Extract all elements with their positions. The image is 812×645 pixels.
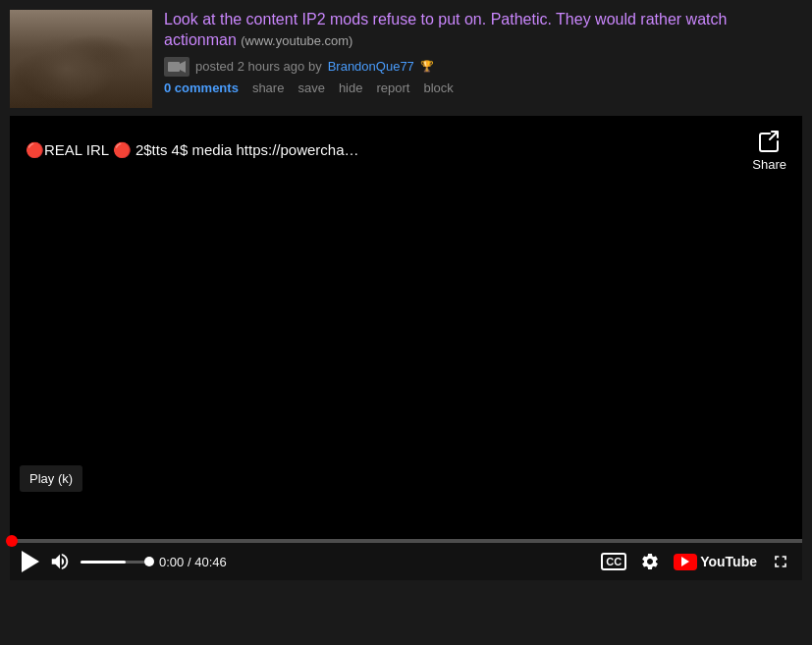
- progress-bar[interactable]: [10, 539, 802, 543]
- comments-link[interactable]: 0 comments: [164, 81, 239, 95]
- volume-slider[interactable]: [81, 561, 149, 564]
- block-link[interactable]: block: [423, 81, 453, 95]
- points-icon: 🏆: [420, 60, 434, 73]
- post-thumbnail[interactable]: [10, 10, 152, 108]
- total-time: 40:46: [194, 555, 227, 569]
- video-content-area[interactable]: Play (k): [10, 180, 802, 543]
- post-time: posted 2 hours ago by: [195, 59, 322, 74]
- svg-rect-0: [168, 62, 180, 72]
- post-container: Look at the content IP2 mods refuse to p…: [0, 0, 812, 580]
- post-username-link[interactable]: BrandonQue77: [328, 59, 414, 74]
- volume-button[interactable]: [49, 551, 71, 572]
- post-title-section: Look at the content IP2 mods refuse to p…: [164, 10, 802, 95]
- progress-filled: [10, 539, 12, 543]
- cc-icon: CC: [601, 553, 626, 570]
- settings-button[interactable]: [640, 552, 660, 571]
- video-player: 🔴REAL IRL 🔴 2$tts 4$ media https://power…: [10, 116, 802, 580]
- video-icon-svg: [168, 60, 186, 74]
- video-camera-icon: [164, 57, 189, 77]
- post-domain: (www.youtube.com): [241, 33, 352, 48]
- current-time: 0:00: [159, 555, 184, 569]
- cc-button[interactable]: CC: [601, 553, 626, 570]
- hide-link[interactable]: hide: [339, 81, 363, 95]
- thumbnail-image: [10, 10, 152, 108]
- progress-overlay: [10, 539, 802, 543]
- svg-marker-1: [180, 61, 186, 73]
- save-link[interactable]: save: [298, 81, 324, 95]
- post-actions: 0 comments share save hide report block: [164, 81, 802, 95]
- fullscreen-button[interactable]: [771, 552, 790, 571]
- cc-text: CC: [606, 556, 622, 567]
- share-icon: [756, 128, 784, 155]
- controls-right: CC YouTube: [601, 552, 790, 571]
- play-icon: [22, 551, 39, 572]
- volume-dot: [144, 557, 154, 566]
- report-link[interactable]: report: [376, 81, 409, 95]
- youtube-label: YouTube: [700, 554, 757, 569]
- play-tooltip: Play (k): [20, 465, 82, 492]
- volume-track: [81, 561, 149, 564]
- fullscreen-icon: [771, 552, 790, 571]
- volume-filled: [81, 561, 126, 564]
- youtube-play-icon: [681, 557, 689, 566]
- video-share-button[interactable]: Share: [752, 128, 786, 172]
- post-header: Look at the content IP2 mods refuse to p…: [10, 10, 802, 108]
- time-display: 0:00 / 40:46: [159, 555, 227, 569]
- video-top-bar: 🔴REAL IRL 🔴 2$tts 4$ media https://power…: [10, 116, 802, 180]
- settings-icon: [640, 552, 660, 571]
- play-button[interactable]: [22, 551, 39, 572]
- progress-dot: [6, 535, 18, 547]
- post-title-link[interactable]: Look at the content IP2 mods refuse to p…: [164, 11, 727, 48]
- video-controls: 0:00 / 40:46 CC: [10, 543, 802, 580]
- share-label: Share: [752, 157, 786, 172]
- youtube-brand: YouTube: [674, 554, 757, 570]
- volume-icon: [49, 551, 71, 572]
- youtube-logo-icon: [674, 554, 697, 570]
- share-link[interactable]: share: [252, 81, 285, 95]
- post-username: BrandonQue77: [328, 59, 414, 74]
- video-title: 🔴REAL IRL 🔴 2$tts 4$ media https://power…: [26, 141, 752, 159]
- post-meta: posted 2 hours ago by BrandonQue77 🏆: [164, 57, 802, 77]
